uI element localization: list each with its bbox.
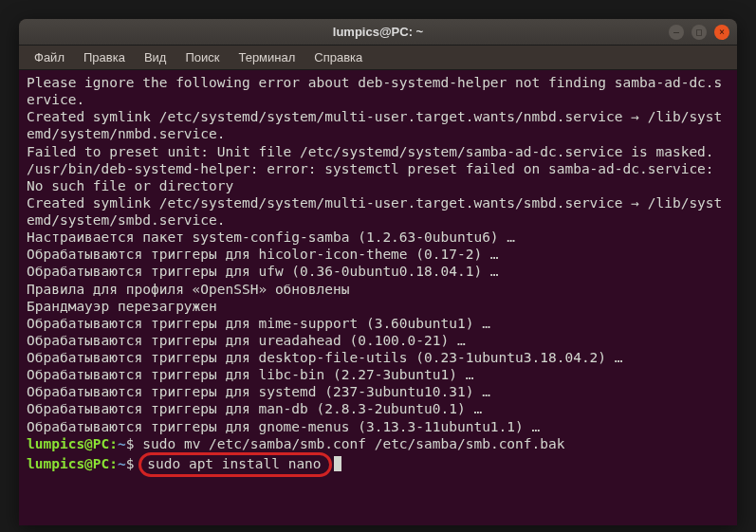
- menu-edit[interactable]: Правка: [76, 48, 133, 66]
- terminal-window: lumpics@PC: ~ – □ × Файл Правка Вид Поис…: [19, 19, 737, 525]
- close-button[interactable]: ×: [714, 25, 729, 40]
- menu-help[interactable]: Справка: [306, 48, 370, 66]
- output-line: Please ignore the following error about …: [27, 74, 729, 108]
- output-line: Created symlink /etc/systemd/system/mult…: [27, 108, 729, 142]
- command-text: sudo apt install nano: [147, 456, 321, 471]
- output-line: Брандмауэр перезагружен: [27, 298, 729, 315]
- menu-terminal[interactable]: Терминал: [230, 48, 303, 66]
- output-line: Обрабатываются триггеры для ureadahead (…: [27, 332, 729, 349]
- prompt-path: ~: [118, 436, 126, 451]
- prompt-path: ~: [118, 456, 126, 471]
- prompt-line-2: lumpics@PC:~$ sudo apt install nano: [27, 452, 729, 477]
- window-controls: – □ ×: [669, 25, 729, 40]
- prompt-dollar: $: [126, 436, 142, 451]
- cursor-icon: [334, 456, 341, 471]
- output-line: Created symlink /etc/systemd/system/mult…: [27, 194, 729, 229]
- menu-file[interactable]: Файл: [27, 48, 72, 66]
- menubar: Файл Правка Вид Поиск Терминал Справка: [19, 46, 737, 70]
- prompt-user: lumpics@PC: [27, 456, 109, 471]
- prompt-user: lumpics@PC: [27, 436, 109, 451]
- titlebar[interactable]: lumpics@PC: ~ – □ ×: [19, 19, 737, 46]
- terminal-body[interactable]: Please ignore the following error about …: [19, 70, 737, 525]
- output-line: Обрабатываются триггеры для hicolor-icon…: [27, 246, 729, 263]
- menu-view[interactable]: Вид: [137, 48, 175, 66]
- output-line: Настраивается пакет system-config-samba …: [27, 229, 729, 246]
- menu-search[interactable]: Поиск: [177, 48, 227, 66]
- window-title: lumpics@PC: ~: [333, 25, 423, 39]
- minimize-button[interactable]: –: [669, 25, 684, 40]
- prompt-colon: :: [109, 436, 118, 451]
- output-line: Обрабатываются триггеры для man-db (2.8.…: [27, 400, 729, 417]
- highlighted-command: sudo apt install nano: [138, 452, 331, 477]
- output-line: Обрабатываются триггеры для libc-bin (2.…: [27, 366, 729, 383]
- output-line: Обрабатываются триггеры для desktop-file…: [27, 349, 729, 366]
- output-line: Обрабатываются триггеры для systemd (237…: [27, 383, 729, 400]
- output-line: Обрабатываются триггеры для ufw (0.36-0u…: [27, 263, 729, 280]
- maximize-button[interactable]: □: [691, 25, 707, 40]
- output-line: Обрабатываются триггеры для mime-support…: [27, 315, 729, 332]
- output-line: /usr/bin/deb-systemd-helper: error: syst…: [27, 160, 729, 194]
- prompt-line-1: lumpics@PC:~$ sudo mv /etc/samba/smb.con…: [27, 435, 729, 452]
- output-line: Обрабатываются триггеры для gnome-menus …: [27, 418, 729, 435]
- command-text: sudo mv /etc/samba/smb.conf /etc/samba/s…: [142, 436, 564, 451]
- output-line: Правила для профиля «OpenSSH» обновлены: [27, 281, 729, 298]
- output-line: Failed to preset unit: Unit file /etc/sy…: [27, 143, 729, 160]
- prompt-colon: :: [109, 456, 118, 471]
